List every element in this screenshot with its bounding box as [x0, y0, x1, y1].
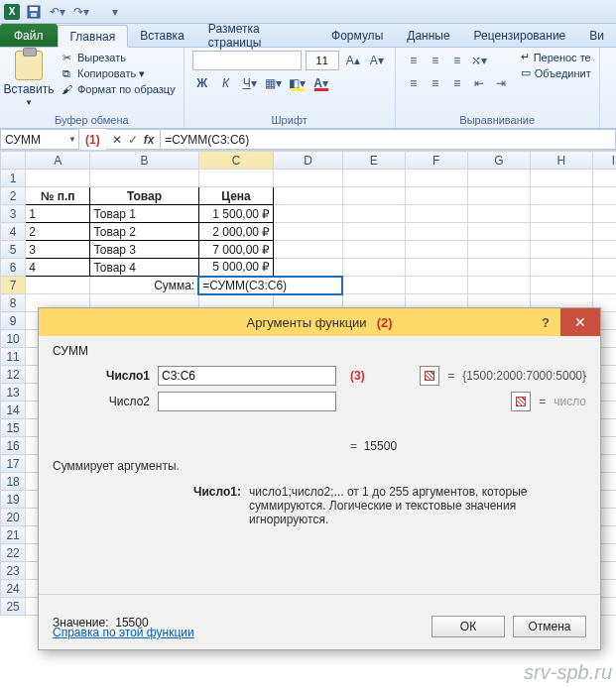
row-header[interactable]: 20 [1, 509, 26, 526]
qat-undo-button[interactable]: ↶▾ [48, 3, 67, 21]
wrap-text-button[interactable]: ↵Перенос те [521, 51, 591, 63]
dialog-close-button[interactable]: ✕ [560, 308, 600, 336]
format-painter-button[interactable]: 🖌Формат по образцу [60, 82, 176, 96]
font-name-input[interactable] [192, 51, 302, 70]
col-header-A[interactable]: A [26, 152, 90, 170]
arg2-input[interactable] [158, 392, 336, 411]
shrink-font-button[interactable]: A▾ [367, 51, 387, 70]
align-center-button[interactable]: ≡ [426, 73, 445, 93]
copy-button[interactable]: ⧉Копировать ▾ [60, 66, 176, 80]
name-box[interactable]: СУММ▼ [0, 129, 79, 150]
font-size-input[interactable] [306, 51, 339, 70]
ok-button[interactable]: ОК [431, 616, 505, 637]
qat-save-button[interactable] [24, 3, 44, 21]
help-link[interactable]: Справка по этой функции [53, 626, 194, 639]
align-top-button[interactable]: ≡ [404, 51, 424, 70]
row-header[interactable]: 5 [1, 241, 26, 259]
col-header-H[interactable]: H [530, 152, 592, 170]
col-header-E[interactable]: E [342, 152, 405, 170]
cell-A5[interactable]: 3 [26, 241, 90, 259]
cell-C2[interactable]: Цена [198, 187, 274, 205]
bold-button[interactable]: Ж [192, 73, 212, 93]
tab-insert[interactable]: Вставка [128, 24, 196, 47]
row-header[interactable]: 15 [1, 419, 26, 437]
underline-button[interactable]: Ч▾ [240, 73, 260, 93]
italic-button[interactable]: К [216, 73, 236, 93]
file-tab[interactable]: Файл [0, 24, 58, 47]
align-left-button[interactable]: ≡ [404, 73, 424, 93]
cell-C7-active[interactable]: =СУММ(C3:C6) [198, 277, 342, 294]
row-header[interactable]: 1 [1, 170, 26, 187]
orientation-button[interactable]: ⤭▾ [469, 51, 489, 70]
cancel-button[interactable]: Отмена [513, 616, 586, 637]
row-header[interactable]: 16 [1, 437, 26, 455]
cell-B5[interactable]: Товар 3 [90, 241, 198, 259]
row-header[interactable]: 6 [1, 259, 26, 277]
fill-color-button[interactable]: ◧▾ [288, 73, 308, 93]
arg1-input[interactable] [158, 366, 336, 386]
cell-A2[interactable]: № п.п [26, 187, 90, 205]
row-header[interactable]: 11 [1, 348, 26, 366]
formula-accept-button[interactable]: ✓ [128, 133, 138, 147]
cell-C4[interactable]: 2 000,00 ₽ [198, 223, 274, 241]
formula-cancel-button[interactable]: ✕ [112, 133, 122, 147]
row-header[interactable]: 19 [1, 491, 26, 509]
cut-button[interactable]: ✂Вырезать [60, 51, 176, 64]
increase-indent-button[interactable]: ⇥ [491, 73, 511, 93]
row-header[interactable]: 10 [1, 330, 26, 348]
merge-center-button[interactable]: ▭Объединит [521, 66, 591, 79]
tab-formulas[interactable]: Формулы [319, 24, 395, 47]
worksheet-grid[interactable]: A B C D E F G H I 1 2 № п.п Товар Цена 3… [0, 151, 616, 688]
arg2-ref-button[interactable] [511, 392, 531, 411]
qat-redo-button[interactable]: ↷▾ [71, 3, 91, 21]
chevron-down-icon[interactable]: ▼ [68, 135, 76, 144]
row-header[interactable]: 3 [1, 205, 26, 223]
cell-C6[interactable]: 5 000,00 ₽ [198, 259, 274, 277]
row-header[interactable]: 24 [1, 580, 26, 598]
dialog-help-button[interactable]: ? [531, 308, 560, 336]
cell-C3[interactable]: 1 500,00 ₽ [198, 205, 274, 223]
select-all-corner[interactable] [1, 152, 26, 170]
row-header[interactable]: 21 [1, 526, 26, 544]
col-header-F[interactable]: F [405, 152, 467, 170]
col-header-C[interactable]: C [198, 152, 274, 170]
borders-button[interactable]: ▦▾ [264, 73, 284, 93]
row-header[interactable]: 14 [1, 401, 26, 419]
arg1-ref-button[interactable] [420, 366, 439, 386]
row-header[interactable]: 17 [1, 455, 26, 473]
tab-data[interactable]: Данные [395, 24, 461, 47]
row-header[interactable]: 4 [1, 223, 26, 241]
align-bottom-button[interactable]: ≡ [447, 51, 467, 70]
row-header[interactable]: 8 [1, 294, 26, 312]
cell-A3[interactable]: 1 [26, 205, 90, 223]
row-header[interactable]: 25 [1, 598, 26, 616]
tab-home[interactable]: Главная [58, 25, 129, 48]
row-header[interactable]: 7 [1, 277, 26, 294]
col-header-G[interactable]: G [467, 152, 530, 170]
row-header[interactable]: 23 [1, 562, 26, 580]
qat-customize-button[interactable]: ▾ [105, 3, 125, 21]
insert-function-button[interactable]: fx [144, 133, 155, 147]
tab-page-layout[interactable]: Разметка страницы [196, 24, 319, 47]
grow-font-button[interactable]: A▴ [343, 51, 363, 70]
row-header[interactable]: 12 [1, 366, 26, 384]
decrease-indent-button[interactable]: ⇤ [469, 73, 489, 93]
cell-B3[interactable]: Товар 1 [90, 205, 198, 223]
col-header-I[interactable]: I [592, 152, 616, 170]
formula-input[interactable]: =СУММ(C3:C6) [161, 129, 616, 150]
row-header[interactable]: 13 [1, 384, 26, 401]
cell-B7[interactable]: Сумма: [90, 277, 198, 294]
align-middle-button[interactable]: ≡ [426, 51, 445, 70]
col-header-D[interactable]: D [274, 152, 342, 170]
row-header[interactable]: 9 [1, 312, 26, 330]
cell-A6[interactable]: 4 [26, 259, 90, 277]
cell-C5[interactable]: 7 000,00 ₽ [198, 241, 274, 259]
row-header[interactable]: 2 [1, 187, 26, 205]
tab-view-partial[interactable]: Ви [577, 24, 616, 47]
row-header[interactable]: 22 [1, 544, 26, 562]
paste-button[interactable]: Вставить ▼ [8, 51, 50, 107]
cell-B6[interactable]: Товар 4 [90, 259, 198, 277]
dialog-titlebar[interactable]: Аргументы функции (2) ? ✕ [39, 308, 600, 336]
cell-B4[interactable]: Товар 2 [90, 223, 198, 241]
tab-review[interactable]: Рецензирование [462, 24, 578, 47]
